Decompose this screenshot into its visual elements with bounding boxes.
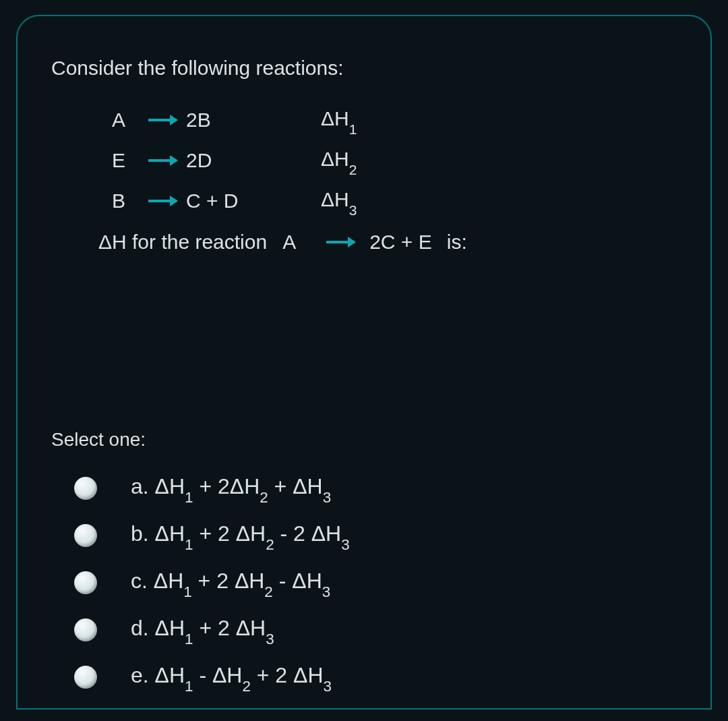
dh-base: ΔH xyxy=(321,148,349,170)
option-e[interactable]: e. ΔH1 - ΔH2 + 2 ΔH3 xyxy=(74,656,677,699)
reaction-row: E 2D ΔH2 xyxy=(98,140,677,181)
option-letter: a. xyxy=(131,474,149,498)
reaction-dh: ΔH2 xyxy=(321,148,415,174)
question-card: Consider the following reactions: A 2B Δ… xyxy=(16,15,712,710)
option-letter: d. xyxy=(131,616,149,640)
option-letter: b. xyxy=(131,521,149,546)
target-suffix: is: xyxy=(447,231,467,254)
radio-icon[interactable] xyxy=(74,618,97,641)
reaction-dh: ΔH1 xyxy=(321,107,415,134)
radio-icon[interactable] xyxy=(74,477,97,500)
reaction-row: B C + D ΔH3 xyxy=(98,181,677,221)
option-letter: e. xyxy=(131,663,149,687)
dh-base: ΔH xyxy=(321,188,349,210)
reaction-dh: ΔH3 xyxy=(321,188,415,214)
reaction-rhs: 2B xyxy=(186,109,321,132)
option-text: d. ΔH1 + 2 ΔH3 xyxy=(131,616,274,644)
option-d[interactable]: d. ΔH1 + 2 ΔH3 xyxy=(74,608,677,652)
select-one-label: Select one: xyxy=(51,429,677,451)
radio-icon[interactable] xyxy=(74,524,97,547)
radio-icon[interactable] xyxy=(74,666,97,689)
arrow-icon xyxy=(139,159,186,162)
target-reaction: ΔH for the reaction A 2C + E is: xyxy=(98,231,677,254)
dh-sub: 2 xyxy=(349,162,357,177)
reaction-rhs: 2D xyxy=(186,149,321,172)
target-lhs: A xyxy=(279,231,299,254)
option-c[interactable]: c. ΔH1 + 2 ΔH2 - ΔH3 xyxy=(74,561,677,604)
target-prefix: ΔH for the reaction xyxy=(98,231,267,254)
arrow-icon xyxy=(139,200,186,202)
dh-sub: 3 xyxy=(349,202,357,218)
question-prompt: Consider the following reactions: xyxy=(51,57,677,80)
option-text: e. ΔH1 - ΔH2 + 2 ΔH3 xyxy=(131,663,332,691)
option-text: b. ΔH1 + 2 ΔH2 - 2 ΔH3 xyxy=(131,521,350,550)
dh-sub: 1 xyxy=(349,121,357,137)
reaction-lhs: E xyxy=(98,149,139,172)
option-b[interactable]: b. ΔH1 + 2 ΔH2 - 2 ΔH3 xyxy=(74,514,677,557)
option-text: c. ΔH1 + 2 ΔH2 - ΔH3 xyxy=(131,569,330,597)
reaction-lhs: A xyxy=(98,109,139,132)
arrow-icon xyxy=(317,241,364,243)
option-text: a. ΔH1 + 2ΔH2 + ΔH3 xyxy=(131,474,331,502)
radio-icon[interactable] xyxy=(74,571,97,594)
reactions-block: A 2B ΔH1 E 2D ΔH2 B C + D ΔH3 ΔH for the… xyxy=(98,100,677,254)
option-a[interactable]: a. ΔH1 + 2ΔH2 + ΔH3 xyxy=(74,467,677,510)
arrow-icon xyxy=(139,119,186,121)
reaction-rhs: C + D xyxy=(186,190,321,212)
dh-base: ΔH xyxy=(321,107,349,129)
options-list: a. ΔH1 + 2ΔH2 + ΔH3 b. ΔH1 + 2 ΔH2 - 2 Δ… xyxy=(74,467,677,699)
reaction-row: A 2B ΔH1 xyxy=(98,100,677,140)
reaction-lhs: B xyxy=(98,190,139,212)
option-letter: c. xyxy=(131,569,148,593)
target-rhs: 2C + E xyxy=(369,231,432,254)
